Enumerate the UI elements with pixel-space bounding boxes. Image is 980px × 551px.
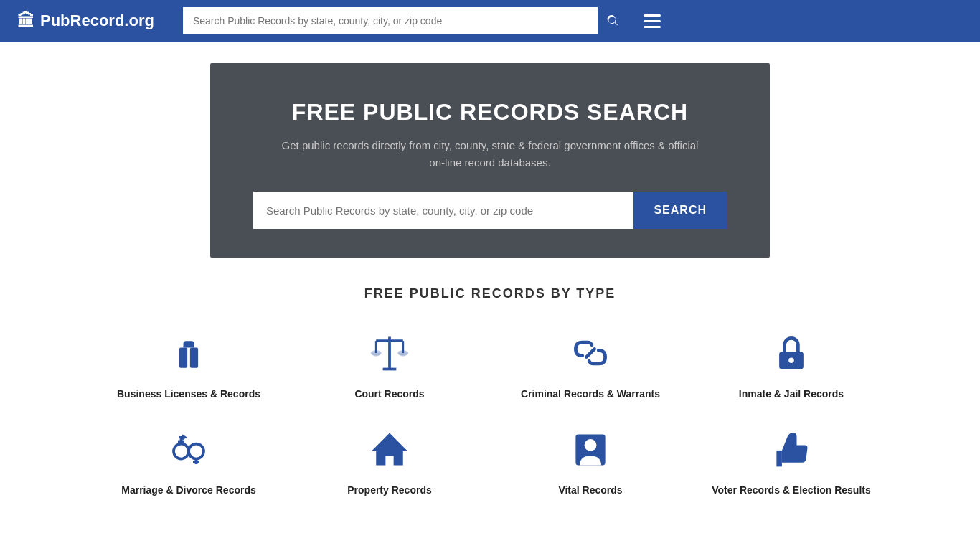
hamburger-menu-button[interactable] [639, 10, 665, 32]
scales-icon [368, 331, 411, 375]
record-item-business[interactable]: Business Licenses & Records [95, 327, 282, 402]
svg-marker-19 [372, 433, 407, 465]
record-item-voter[interactable]: Voter Records & Election Results [698, 423, 885, 498]
chain-icon [569, 331, 612, 375]
hero-section: FREE PUBLIC RECORDS SEARCH Get public re… [210, 63, 770, 258]
header-search-box [183, 7, 628, 34]
record-label-vital: Vital Records [558, 484, 622, 498]
svg-point-21 [585, 439, 597, 451]
hero-description: Get public records directly from city, c… [275, 137, 705, 171]
hero-title: FREE PUBLIC RECORDS SEARCH [239, 99, 741, 126]
svg-point-15 [189, 443, 204, 458]
record-label-criminal: Criminal Records & Warrants [521, 387, 660, 402]
site-header: 🏛 PubRecord.org [0, 0, 980, 42]
gender-icon [167, 428, 210, 471]
header-search-button[interactable] [598, 7, 628, 34]
record-item-inmate[interactable]: Inmate & Jail Records [698, 327, 885, 402]
record-label-court: Court Records [354, 387, 424, 402]
record-icon-property [364, 423, 415, 475]
hamburger-line [644, 26, 661, 28]
svg-rect-0 [179, 348, 187, 368]
hero-search-button[interactable]: SEARCH [633, 192, 727, 229]
search-icon [606, 14, 619, 27]
record-icon-court [364, 327, 415, 379]
record-icon-inmate [765, 327, 817, 379]
logo-icon: 🏛 [17, 11, 34, 31]
records-section-title: FREE PUBLIC RECORDS BY TYPE [29, 286, 951, 301]
record-item-criminal[interactable]: Criminal Records & Warrants [497, 327, 684, 402]
record-label-inmate: Inmate & Jail Records [739, 387, 844, 402]
hero-search-input[interactable] [253, 192, 633, 229]
svg-point-12 [174, 443, 189, 458]
hamburger-line [644, 20, 661, 22]
svg-point-6 [371, 350, 382, 356]
person-badge-icon [569, 428, 612, 471]
record-label-voter: Voter Records & Election Results [712, 484, 870, 498]
record-item-property[interactable]: Property Records [296, 423, 483, 498]
svg-point-7 [397, 350, 408, 356]
house-icon [368, 428, 411, 471]
header-right [183, 7, 963, 34]
record-item-marriage[interactable]: Marriage & Divorce Records [95, 423, 282, 498]
hamburger-line [644, 14, 661, 17]
records-section: FREE PUBLIC RECORDS BY TYPE Business Lic… [0, 279, 980, 526]
hero-search-box: SEARCH [253, 192, 727, 229]
svg-point-11 [788, 358, 794, 364]
record-icon-vital [565, 423, 616, 475]
thumbsup-icon [770, 428, 813, 471]
site-logo[interactable]: 🏛 PubRecord.org [17, 11, 154, 31]
svg-rect-1 [190, 348, 198, 368]
record-icon-business [163, 327, 215, 379]
record-item-court[interactable]: Court Records [296, 327, 483, 402]
briefcase-icon [167, 331, 210, 375]
logo-text: PubRecord.org [40, 11, 154, 30]
records-grid: Business Licenses & Records Court Record… [95, 327, 885, 497]
record-label-property: Property Records [347, 484, 431, 498]
record-icon-criminal [565, 327, 616, 379]
header-search-input[interactable] [183, 7, 598, 34]
svg-line-9 [586, 349, 594, 357]
record-label-business: Business Licenses & Records [117, 387, 260, 402]
record-icon-marriage [163, 423, 215, 475]
record-item-vital[interactable]: Vital Records [497, 423, 684, 498]
record-icon-voter [765, 423, 817, 475]
record-label-marriage: Marriage & Divorce Records [121, 484, 256, 498]
lock-icon [770, 331, 813, 375]
